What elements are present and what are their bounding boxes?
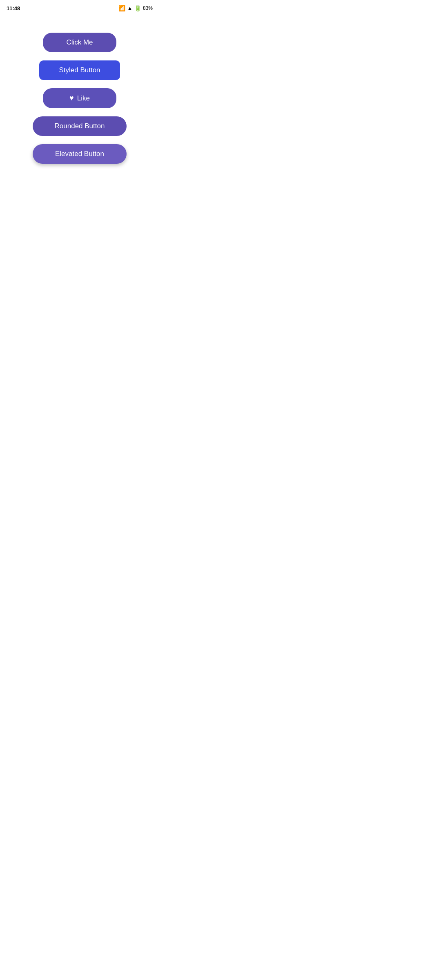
rounded-button[interactable]: Rounded Button	[33, 116, 127, 136]
like-button[interactable]: ♥ Like	[43, 88, 116, 108]
main-content: Click Me Styled Button ♥ Like Rounded Bu…	[0, 16, 159, 180]
battery-icon: 🔋	[134, 5, 141, 11]
status-bar: 11:48 📶 ▲ 🔋 83%	[0, 0, 159, 16]
status-time: 11:48	[7, 5, 20, 11]
wifi-icon: ▲	[127, 5, 133, 11]
elevated-button[interactable]: Elevated Button	[33, 144, 127, 164]
phone-icon: 📶	[118, 5, 125, 11]
click-me-button[interactable]: Click Me	[43, 33, 116, 52]
heart-icon: ♥	[69, 94, 74, 102]
status-icons: 📶 ▲ 🔋 83%	[118, 5, 153, 11]
styled-button[interactable]: Styled Button	[39, 60, 120, 80]
like-label: Like	[77, 94, 90, 102]
battery-percent: 83%	[143, 5, 153, 11]
